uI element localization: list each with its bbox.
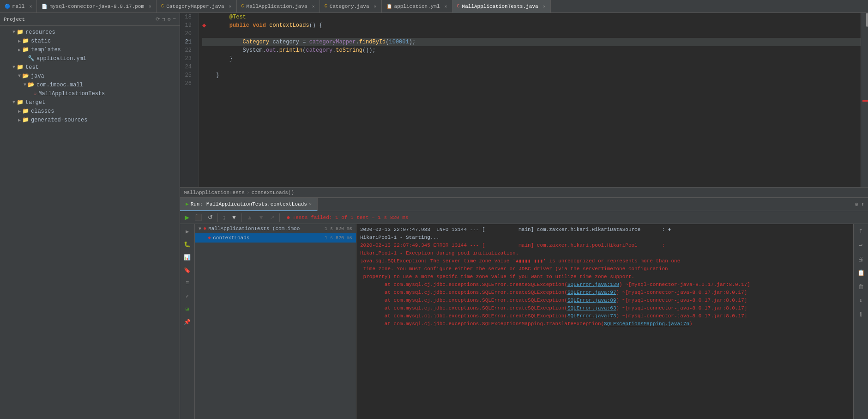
debug-icon[interactable]: 🐛	[182, 239, 193, 250]
test-method-item[interactable]: ● contextLoads 1 s 820 ms	[195, 233, 356, 243]
sidebar-gear-icon[interactable]: ⚙	[168, 16, 171, 22]
tab-mysql-pom-close[interactable]: ✕	[149, 4, 151, 9]
ln-25: 25	[180, 71, 195, 79]
tab-categorymapper[interactable]: C CategoryMapper.java ✕	[157, 0, 236, 13]
sidebar-minimize-icon[interactable]: −	[173, 16, 176, 22]
wrap-icon[interactable]: ↩	[856, 240, 867, 251]
link-1[interactable]: SQLError.java:129	[567, 282, 619, 287]
stop-button[interactable]: ⬛	[193, 213, 204, 222]
tab-mysql-pom[interactable]: 📄 mysql-connector-java-8.0.17.pom ✕	[37, 0, 157, 13]
console-line-8: property) to use a more specifc time zon…	[360, 273, 850, 281]
com-folder-icon: 📂	[28, 81, 35, 88]
tree-item-java[interactable]: ▼ 📂 java	[0, 72, 180, 80]
link-2[interactable]: SQLError.java:97	[567, 290, 616, 295]
marker-empty-24	[202, 63, 216, 71]
terminal-icon[interactable]: ⊞	[182, 304, 193, 315]
test-arrow: ▼	[11, 65, 17, 70]
prev-fail-button[interactable]: ▲	[245, 213, 254, 222]
info-icon[interactable]: ℹ	[856, 309, 867, 320]
test-method-label: contextLoads	[213, 235, 249, 241]
pin-icon[interactable]: 📌	[182, 316, 193, 328]
fn-println: println	[279, 46, 302, 55]
bookmark-icon[interactable]: 🔖	[182, 265, 193, 276]
run-again-button[interactable]: ▶	[183, 213, 191, 222]
print-icon[interactable]: 🖨	[856, 254, 867, 265]
link-3[interactable]: SQLError.java:89	[567, 298, 616, 303]
tab-mallapplication[interactable]: C MallApplication.java ✕	[237, 0, 320, 13]
bottom-content: ▶ 🐛 📊 🔖 ≡ ✓ ⊞ 📌 ▼ ● MallApplicationTests	[180, 224, 868, 419]
tab-mallapplication-close[interactable]: ✕	[312, 4, 315, 9]
link-5[interactable]: SQLError.java:73	[567, 313, 616, 319]
next-fail-button[interactable]: ▼	[256, 213, 266, 222]
code-line-20	[202, 30, 861, 38]
run-tab-close[interactable]: ✕	[309, 201, 312, 207]
num-100001: 100001	[389, 38, 409, 46]
tab-categorymapper-label: CategoryMapper.java	[166, 4, 224, 9]
export-button[interactable]: ↗	[268, 213, 277, 222]
sort-alpha-button[interactable]: ↕	[221, 213, 228, 222]
tree-item-com-imooc-mall[interactable]: ▼ 📂 com.imooc.mall	[0, 80, 180, 89]
link-4[interactable]: SQLError.java:63	[567, 305, 616, 311]
tab-application-yml-close[interactable]: ✕	[445, 4, 447, 9]
expand-icon[interactable]: ⬆	[861, 201, 864, 208]
rerun-failed-button[interactable]: ↺	[206, 213, 215, 222]
copy-icon[interactable]: 📋	[856, 267, 867, 279]
breadcrumb-item-2[interactable]: contextLoads()	[252, 190, 294, 195]
todo-icon[interactable]: ✓	[182, 291, 193, 302]
tab-mallapplicationtests-label: MallApplicationTests.java	[462, 4, 538, 9]
run-icon[interactable]: ▶	[182, 226, 193, 237]
sidebar-collapse-icon[interactable]: ⇉	[162, 16, 165, 22]
tab-category[interactable]: C Category.java ✕	[320, 0, 382, 13]
scroll-end-icon[interactable]: ⬇	[856, 295, 867, 306]
tab-mall-close[interactable]: ✕	[29, 4, 32, 9]
tab-mallapplicationtests-close[interactable]: ✕	[543, 4, 546, 9]
tab-application-yml[interactable]: 📋 application.yml ✕	[382, 0, 452, 13]
resources-arrow: ▼	[11, 30, 17, 35]
tree-item-mallapplicationtests[interactable]: ☕ MallApplicationTests	[0, 89, 180, 98]
tree-item-classes[interactable]: ▶ 📁 classes	[0, 107, 180, 115]
fold-icon[interactable]: ⤒	[856, 226, 867, 237]
filter-button[interactable]: ▼	[229, 213, 239, 222]
var-categorymapper: categoryMapper	[309, 38, 356, 46]
tree-item-test[interactable]: ▼ 📁 test	[0, 63, 180, 72]
tree-item-generated-sources[interactable]: ▶ 📁 generated-sources	[0, 115, 180, 124]
code-view: 18 19 20 21 22 23 24 25 26 @Test ◆	[180, 13, 868, 187]
static-arrow: ▶	[17, 38, 22, 44]
tree-item-resources[interactable]: ▼ 📁 resources	[0, 28, 180, 36]
fn-contextloads: contextLoads	[269, 21, 309, 30]
structure-icon[interactable]: ≡	[182, 278, 193, 289]
breadcrumb-item-1[interactable]: MallApplicationTests	[184, 190, 245, 195]
run-tab-icon: ▶	[186, 201, 189, 207]
tree-item-static[interactable]: ▶ 📁 static	[0, 36, 180, 45]
tab-mallapplicationtests[interactable]: C MallApplicationTests.java ✕	[452, 0, 551, 13]
code-line-21: Category category = categoryMapper.findB…	[202, 38, 861, 46]
marker-empty-25	[202, 71, 216, 79]
test-class-item[interactable]: ▼ ● MallApplicationTests (com.imoo 1 s 8…	[195, 224, 356, 233]
tree-item-target[interactable]: ▼ 📁 target	[0, 98, 180, 107]
profile-icon[interactable]: 📊	[182, 252, 193, 263]
test-tree-panel: ▼ ● MallApplicationTests (com.imoo 1 s 8…	[195, 224, 356, 419]
code-editor[interactable]: @Test ◆ public void contextLoads() { Cat…	[199, 13, 861, 187]
tab-category-close[interactable]: ✕	[374, 4, 377, 9]
link-6[interactable]: SQLExceptionsMapping.java:76	[604, 321, 689, 327]
status-text: Tests failed: 1 of 1 test – 1 s 820 ms	[293, 215, 409, 220]
clear-icon[interactable]: 🗑	[856, 281, 867, 292]
marker-19: ◆	[202, 21, 213, 30]
tab-bar: 🔵 mall ✕ 📄 mysql-connector-java-8.0.17.p…	[0, 0, 868, 13]
tree-item-templates[interactable]: ▶ 📁 templates	[0, 45, 180, 54]
editor-area: 18 19 20 21 22 23 24 25 26 @Test ◆	[180, 13, 868, 419]
application-yml-label: application.yml	[36, 55, 86, 62]
tab-category-label: Category.java	[330, 4, 369, 9]
sidebar-sync-icon[interactable]: ⟳	[156, 16, 160, 22]
run-tab[interactable]: ▶ Run: MallApplicationTests.contextLoads…	[180, 198, 318, 211]
console-line-12: at com.mysql.cj.jdbc.exceptions.SQLError…	[360, 304, 850, 312]
code-line-26	[202, 79, 861, 88]
target-folder-icon: 📁	[17, 99, 24, 106]
editor-scrollbar[interactable]	[861, 13, 868, 187]
console-output[interactable]: 2020-02-13 22:07:47.983 INFO 13144 --- […	[356, 224, 853, 419]
tab-categorymapper-close[interactable]: ✕	[229, 4, 232, 9]
com-arrow: ▼	[22, 82, 28, 87]
settings-icon[interactable]: ⚙	[855, 201, 858, 208]
tab-mall[interactable]: 🔵 mall ✕	[0, 0, 37, 13]
tree-item-application-yml[interactable]: 🔧 application.yml	[0, 54, 180, 63]
